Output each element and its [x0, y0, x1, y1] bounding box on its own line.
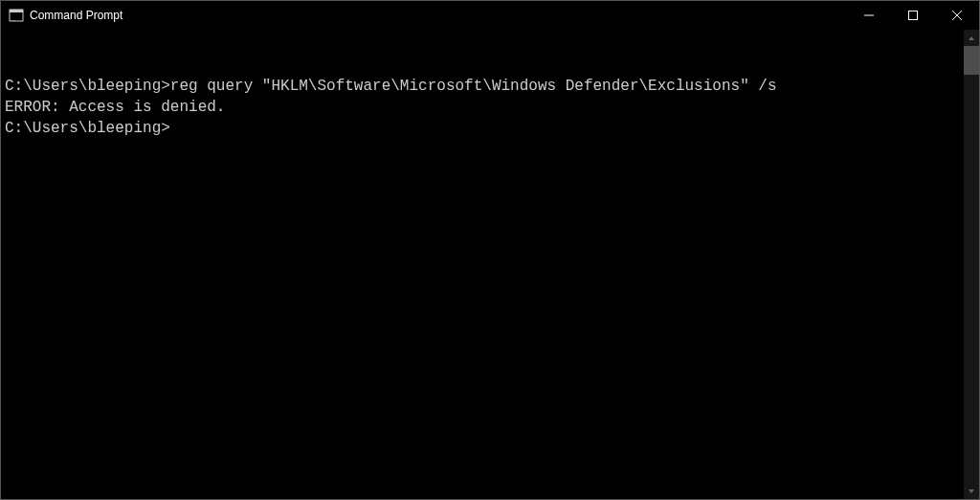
- terminal-output-line: ERROR: Access is denied.: [5, 97, 964, 118]
- scroll-down-arrow-icon[interactable]: [964, 483, 979, 499]
- terminal-line: C:\Users\bleeping>: [5, 118, 964, 139]
- prompt-text: C:\Users\bleeping>: [5, 120, 170, 137]
- vertical-scrollbar[interactable]: [964, 30, 979, 499]
- prompt-text: C:\Users\bleeping>: [5, 78, 170, 95]
- svg-marker-7: [969, 36, 974, 40]
- window-title: Command Prompt: [30, 9, 122, 22]
- svg-rect-4: [909, 11, 918, 20]
- terminal-area: C:\Users\bleeping>reg query "HKLM\Softwa…: [1, 30, 979, 499]
- svg-rect-1: [10, 10, 23, 12]
- scroll-up-arrow-icon[interactable]: [964, 30, 979, 46]
- minimize-button[interactable]: [847, 1, 891, 30]
- command-text: reg query "HKLM\Software\Microsoft\Windo…: [170, 78, 777, 95]
- close-button[interactable]: [935, 1, 979, 30]
- window-controls: [847, 1, 979, 30]
- command-prompt-icon: _: [9, 8, 24, 23]
- maximize-button[interactable]: [891, 1, 935, 30]
- svg-marker-8: [969, 489, 974, 493]
- terminal-output[interactable]: C:\Users\bleeping>reg query "HKLM\Softwa…: [1, 30, 964, 499]
- command-prompt-window: _ Command Prompt C:\Users\bleeping>reg q…: [0, 0, 980, 500]
- scroll-thumb[interactable]: [964, 46, 979, 75]
- title-bar[interactable]: _ Command Prompt: [1, 1, 979, 30]
- terminal-line: C:\Users\bleeping>reg query "HKLM\Softwa…: [5, 76, 964, 97]
